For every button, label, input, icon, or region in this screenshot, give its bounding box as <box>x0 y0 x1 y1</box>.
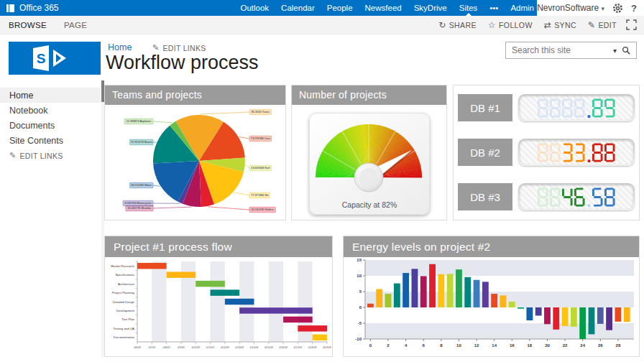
svg-text:Detailed Design: Detailed Design <box>113 300 135 304</box>
ribbon-bar: BROWSEPAGE ↻SHARE☆FOLLOW⇄SYNC✎EDIT <box>0 16 644 34</box>
db-display-row: DB #3 <box>454 183 639 210</box>
sidebar-item-notebook[interactable]: Notebook <box>0 103 101 118</box>
svg-text:4/9/09: 4/9/09 <box>178 346 185 349</box>
sidebar-item-documents[interactable]: Documents <box>0 118 101 133</box>
svg-text:4: 4 <box>405 343 408 348</box>
svg-text:6: 6 <box>423 343 426 348</box>
gantt-chart: 4/6/094/7/094/8/094/9/094/10/094/11/094/… <box>105 257 332 356</box>
led-display <box>518 183 635 210</box>
widget-number-of-projects: Number of projects Capacity at 82% <box>291 85 447 221</box>
pie-chart: 85.3163 Trains73.291936 Cars24.609308 Su… <box>105 105 285 220</box>
svg-text:Development: Development <box>116 309 135 312</box>
search-icon[interactable] <box>622 46 631 55</box>
suite-link-sites[interactable]: Sites <box>459 0 478 16</box>
svg-text:22.532185 Rollers: 22.532185 Rollers <box>252 208 274 211</box>
svg-text:Documentation: Documentation <box>114 335 135 339</box>
gauge-card: Capacity at 82% <box>309 113 430 215</box>
search-box[interactable]: Search this site ▾ <box>505 42 637 59</box>
sidebar-nav: HomeNotebookDocumentsSite Contents <box>0 88 101 148</box>
gear-icon[interactable] <box>612 3 623 14</box>
svg-text:5: 5 <box>359 289 362 294</box>
svg-text:72.921273 Buses: 72.921273 Buses <box>131 141 152 144</box>
svg-text:16: 16 <box>510 343 515 348</box>
svg-text:12.396874 Airplanes: 12.396874 Airplanes <box>126 120 152 123</box>
widget-title: Project #1 process flow <box>105 236 332 257</box>
suite-link-people[interactable]: People <box>327 0 353 16</box>
widget-process-flow: Project #1 process flow 4/6/094/7/094/8/… <box>104 236 333 357</box>
svg-text:8.581934 Motorcycles: 8.581934 Motorcycles <box>124 202 151 205</box>
sidebar-item-site-contents[interactable]: Site Contents <box>0 133 101 148</box>
svg-text:4/19/09: 4/19/09 <box>323 346 331 349</box>
office-logo-icon <box>6 4 15 13</box>
svg-text:4/7/09: 4/7/09 <box>148 346 155 349</box>
svg-text:14: 14 <box>492 343 497 348</box>
follow-icon: ☆ <box>488 20 496 30</box>
account-menu[interactable]: NevronSoftware ▾ <box>537 3 604 13</box>
svg-text:Project Planning: Project Planning <box>112 291 135 294</box>
pencil-icon: ✎ <box>9 151 17 160</box>
ribbon-tabs: BROWSEPAGE <box>9 16 87 34</box>
share-icon: ↻ <box>438 20 446 30</box>
svg-text:4/8/09: 4/8/09 <box>163 346 170 349</box>
share-button[interactable]: ↻SHARE <box>438 20 477 30</box>
ribbon-tab-page[interactable]: PAGE <box>64 21 87 29</box>
widget-db-displays: DB #1DB #2DB #3 <box>453 85 640 221</box>
search-input[interactable]: Search this site <box>506 45 608 55</box>
widget-energy-levels: Energy levels on project #2 -10-50510150… <box>343 236 640 357</box>
svg-text:32.431776 Shuttles: 32.431776 Shuttles <box>128 207 152 210</box>
suite-nav: OutlookCalendarPeopleNewsfeedSkyDriveSit… <box>240 0 534 16</box>
svg-text:10: 10 <box>456 343 461 348</box>
page-title: Workflow process <box>106 52 259 74</box>
svg-text:4/14/09: 4/14/09 <box>250 346 259 349</box>
svg-text:20: 20 <box>545 343 550 348</box>
svg-text:4/12/09: 4/12/09 <box>221 346 229 349</box>
svg-text:S: S <box>37 51 46 66</box>
svg-text:26: 26 <box>598 343 603 348</box>
sidebar-item-home[interactable]: Home <box>0 88 101 103</box>
svg-text:77.377484 Ski: 77.377484 Ski <box>251 194 268 197</box>
db-display-row: DB #2 <box>454 139 639 166</box>
suite-link-outlook[interactable]: Outlook <box>240 0 269 16</box>
edit-button[interactable]: ✎EDIT <box>588 20 617 30</box>
follow-button[interactable]: ☆FOLLOW <box>488 20 533 30</box>
breadcrumb[interactable]: Home <box>108 42 132 52</box>
suite-bar: Office 365 OutlookCalendarPeopleNewsfeed… <box>0 0 644 16</box>
svg-text:8: 8 <box>440 343 443 348</box>
svg-text:24: 24 <box>580 343 585 348</box>
svg-text:4/10/09: 4/10/09 <box>191 346 200 349</box>
widget-title: Teams and projects <box>105 85 285 105</box>
sidebar-edit-links-button[interactable]: ✎ EDIT LINKS <box>9 151 63 160</box>
svg-text:0: 0 <box>359 305 362 310</box>
svg-text:Testing and QA: Testing and QA <box>114 327 135 330</box>
svg-text:Architecture: Architecture <box>118 282 135 286</box>
suite-link-admin[interactable]: Admin <box>510 0 534 16</box>
svg-text:Test Plan: Test Plan <box>121 317 134 321</box>
db-display-row: DB #1 <box>454 94 639 121</box>
focus-icon <box>626 19 637 30</box>
focus-mode-button[interactable] <box>626 19 637 33</box>
suite-link-more[interactable]: ••• <box>489 0 498 16</box>
svg-text:4/11/09: 4/11/09 <box>206 346 214 349</box>
svg-text:24.609308 Surf: 24.609308 Surf <box>251 167 270 170</box>
ribbon-actions: ↻SHARE☆FOLLOW⇄SYNC✎EDIT <box>438 16 617 34</box>
ribbon-tab-browse[interactable]: BROWSE <box>9 21 47 29</box>
db-label: DB #3 <box>458 183 512 210</box>
db-label: DB #2 <box>458 139 512 166</box>
site-logo[interactable]: S <box>9 42 101 75</box>
office-365-brand[interactable]: Office 365 <box>6 0 58 16</box>
sync-button[interactable]: ⇄SYNC <box>544 20 576 30</box>
svg-text:-10: -10 <box>355 337 362 341</box>
search-scope-dropdown[interactable]: ▾ <box>608 47 622 55</box>
svg-text:22: 22 <box>563 343 568 348</box>
sync-icon: ⇄ <box>544 20 551 30</box>
suite-link-calendar[interactable]: Calendar <box>281 0 315 16</box>
svg-text:4/16/09: 4/16/09 <box>279 346 288 349</box>
svg-text:Specifications: Specifications <box>115 273 134 277</box>
suite-link-newsfeed[interactable]: Newsfeed <box>365 0 402 16</box>
sharepoint-logo-icon: S <box>9 42 101 75</box>
svg-text:18: 18 <box>528 343 533 348</box>
svg-text:4/6/09: 4/6/09 <box>134 346 141 349</box>
suite-link-skydrive[interactable]: SkyDrive <box>414 0 447 16</box>
help-icon[interactable]: ? <box>631 3 637 14</box>
svg-text:4/18/09: 4/18/09 <box>308 346 317 349</box>
